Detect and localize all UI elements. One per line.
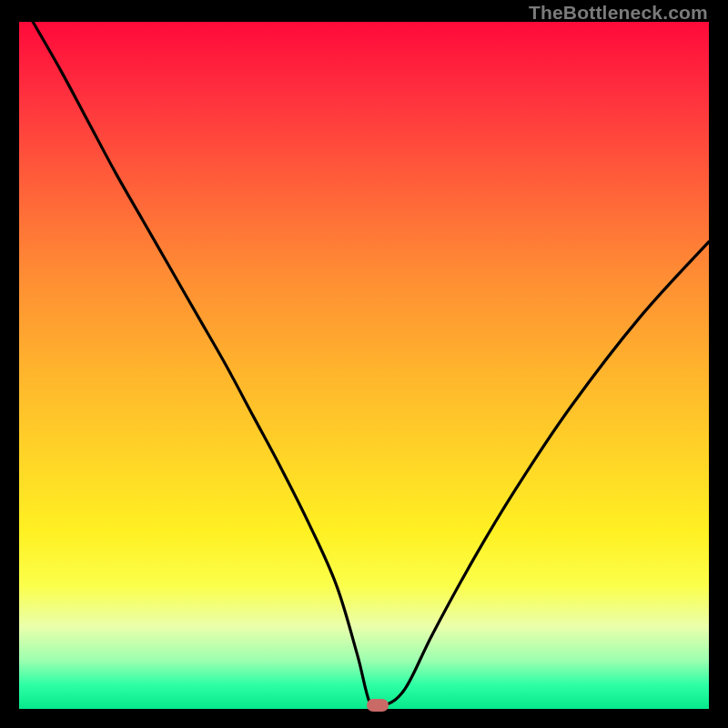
watermark-text: TheBottleneck.com (529, 2, 708, 24)
bottleneck-curve (19, 22, 709, 709)
curve-path (33, 22, 709, 709)
chart-frame: TheBottleneck.com (0, 0, 728, 728)
plot-area (19, 22, 709, 709)
optimum-marker (367, 699, 389, 712)
